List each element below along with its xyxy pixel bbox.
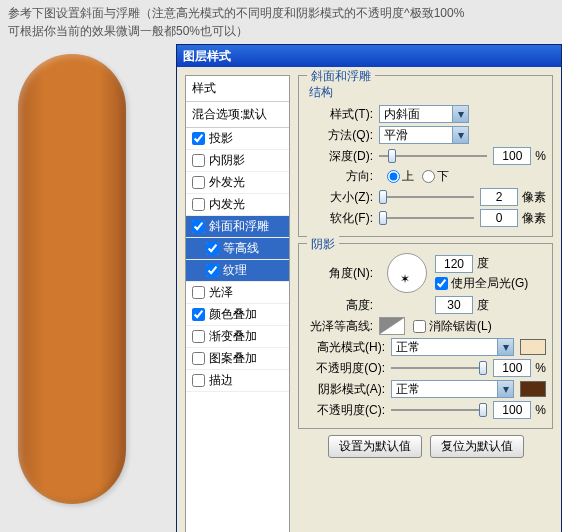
size-label: 大小(Z): bbox=[305, 189, 373, 206]
depth-unit: % bbox=[535, 149, 546, 163]
style-contour[interactable]: 等高线 bbox=[186, 238, 289, 260]
highlight-opacity-slider[interactable] bbox=[391, 359, 487, 377]
settings-panel: 斜面和浮雕 结构 样式(T): 内斜面▾ 方法(Q): 平滑▾ 深度(D): bbox=[294, 67, 561, 532]
preview-shape bbox=[18, 54, 126, 504]
reset-default-button[interactable]: 复位为默认值 bbox=[430, 435, 524, 458]
chevron-down-icon: ▾ bbox=[452, 127, 468, 143]
global-light-checkbox[interactable] bbox=[435, 277, 448, 290]
angle-label: 角度(N): bbox=[305, 265, 373, 282]
altitude-label: 高度: bbox=[305, 297, 373, 314]
stage: 图层样式 样式 混合选项:默认 投影 内阴影 外发光 内发光 斜面和浮雕 等高线… bbox=[0, 44, 562, 532]
dialog-titlebar[interactable]: 图层样式 bbox=[177, 45, 561, 67]
depth-slider[interactable] bbox=[379, 147, 487, 165]
caption-line-2: 可根据你当前的效果微调一般都50%也可以） bbox=[8, 24, 248, 38]
style-gradient-overlay[interactable]: 渐变叠加 bbox=[186, 326, 289, 348]
satin-checkbox[interactable] bbox=[192, 286, 205, 299]
angle-dial[interactable]: ✶ bbox=[387, 253, 427, 293]
style-satin[interactable]: 光泽 bbox=[186, 282, 289, 304]
depth-label: 深度(D): bbox=[305, 148, 373, 165]
chevron-down-icon: ▾ bbox=[497, 339, 513, 355]
soften-label: 软化(F): bbox=[305, 210, 373, 227]
styles-list: 样式 混合选项:默认 投影 内阴影 外发光 内发光 斜面和浮雕 等高线 纹理 光… bbox=[185, 75, 290, 532]
chevron-down-icon: ▾ bbox=[497, 381, 513, 397]
stroke-checkbox[interactable] bbox=[192, 374, 205, 387]
antialias-checkbox[interactable] bbox=[413, 320, 426, 333]
layer-style-dialog: 图层样式 样式 混合选项:默认 投影 内阴影 外发光 内发光 斜面和浮雕 等高线… bbox=[176, 44, 562, 532]
structure-title: 结构 bbox=[309, 84, 546, 101]
highlight-mode-select[interactable]: 正常▾ bbox=[391, 338, 514, 356]
highlight-opacity-label: 不透明度(O): bbox=[305, 360, 385, 377]
size-slider[interactable] bbox=[379, 188, 474, 206]
bevel-checkbox[interactable] bbox=[192, 220, 205, 233]
size-input[interactable] bbox=[480, 188, 518, 206]
style-pattern-overlay[interactable]: 图案叠加 bbox=[186, 348, 289, 370]
direction-up-radio[interactable] bbox=[387, 170, 400, 183]
style-stroke[interactable]: 描边 bbox=[186, 370, 289, 392]
caption-line-1: 参考下图设置斜面与浮雕（注意高光模式的不同明度和阴影模式的不透明度^极致100% bbox=[8, 6, 464, 20]
soften-input[interactable] bbox=[480, 209, 518, 227]
depth-input[interactable] bbox=[493, 147, 531, 165]
shadow-color-swatch[interactable] bbox=[520, 381, 546, 397]
angle-input[interactable] bbox=[435, 255, 473, 273]
soften-slider[interactable] bbox=[379, 209, 474, 227]
size-unit: 像素 bbox=[522, 189, 546, 206]
dialog-title: 图层样式 bbox=[183, 48, 231, 65]
gradient-overlay-checkbox[interactable] bbox=[192, 330, 205, 343]
technique-select[interactable]: 平滑▾ bbox=[379, 126, 469, 144]
outer-glow-checkbox[interactable] bbox=[192, 176, 205, 189]
style-inner-shadow[interactable]: 内阴影 bbox=[186, 150, 289, 172]
blend-options[interactable]: 混合选项:默认 bbox=[186, 102, 289, 128]
style-select[interactable]: 内斜面▾ bbox=[379, 105, 469, 123]
drop-shadow-checkbox[interactable] bbox=[192, 132, 205, 145]
styles-header[interactable]: 样式 bbox=[186, 76, 289, 102]
shadow-opacity-slider[interactable] bbox=[391, 401, 487, 419]
color-overlay-checkbox[interactable] bbox=[192, 308, 205, 321]
inner-glow-checkbox[interactable] bbox=[192, 198, 205, 211]
shadow-mode-select[interactable]: 正常▾ bbox=[391, 380, 514, 398]
make-default-button[interactable]: 设置为默认值 bbox=[328, 435, 422, 458]
highlight-color-swatch[interactable] bbox=[520, 339, 546, 355]
highlight-opacity-input[interactable] bbox=[493, 359, 531, 377]
direction-down-radio[interactable] bbox=[422, 170, 435, 183]
style-drop-shadow[interactable]: 投影 bbox=[186, 128, 289, 150]
style-label: 样式(T): bbox=[305, 106, 373, 123]
style-inner-glow[interactable]: 内发光 bbox=[186, 194, 289, 216]
altitude-input[interactable] bbox=[435, 296, 473, 314]
direction-label: 方向: bbox=[305, 168, 373, 185]
style-texture[interactable]: 纹理 bbox=[186, 260, 289, 282]
shading-group: 阴影 角度(N): ✶ 度 使用全局光(G) bbox=[298, 243, 553, 429]
pattern-overlay-checkbox[interactable] bbox=[192, 352, 205, 365]
highlight-mode-label: 高光模式(H): bbox=[305, 339, 385, 356]
style-outer-glow[interactable]: 外发光 bbox=[186, 172, 289, 194]
shadow-mode-label: 阴影模式(A): bbox=[305, 381, 385, 398]
style-bevel[interactable]: 斜面和浮雕 bbox=[186, 216, 289, 238]
bevel-group-title: 斜面和浮雕 bbox=[307, 68, 375, 85]
shadow-opacity-input[interactable] bbox=[493, 401, 531, 419]
bevel-group: 斜面和浮雕 结构 样式(T): 内斜面▾ 方法(Q): 平滑▾ 深度(D): bbox=[298, 75, 553, 237]
gloss-label: 光泽等高线: bbox=[305, 318, 373, 335]
shading-title: 阴影 bbox=[307, 236, 339, 253]
shadow-opacity-label: 不透明度(C): bbox=[305, 402, 385, 419]
texture-checkbox[interactable] bbox=[206, 264, 219, 277]
soften-unit: 像素 bbox=[522, 210, 546, 227]
contour-checkbox[interactable] bbox=[206, 242, 219, 255]
style-color-overlay[interactable]: 颜色叠加 bbox=[186, 304, 289, 326]
technique-label: 方法(Q): bbox=[305, 127, 373, 144]
instruction-text: 参考下图设置斜面与浮雕（注意高光模式的不同明度和阴影模式的不透明度^极致100%… bbox=[0, 0, 562, 44]
chevron-down-icon: ▾ bbox=[452, 106, 468, 122]
inner-shadow-checkbox[interactable] bbox=[192, 154, 205, 167]
gloss-contour-picker[interactable] bbox=[379, 317, 405, 335]
